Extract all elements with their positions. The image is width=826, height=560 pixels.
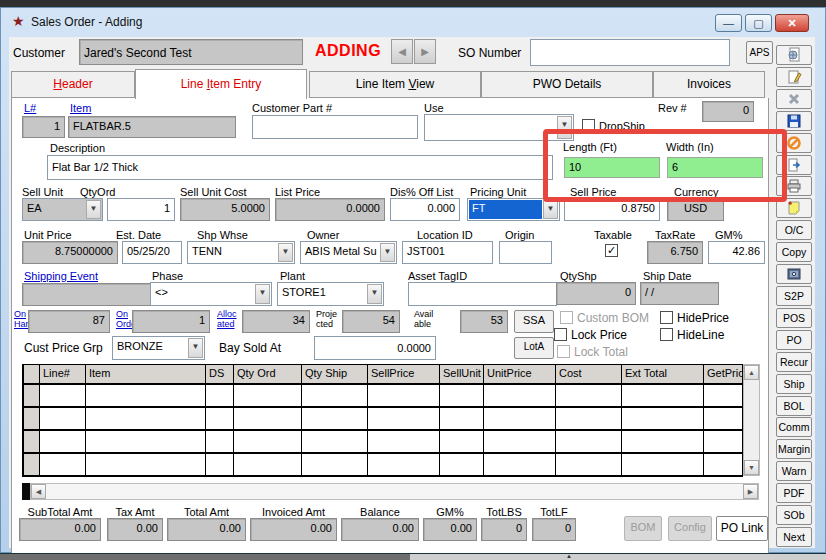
bay-sold-at-input[interactable]: 0.0000 (314, 336, 436, 360)
po-link-button[interactable]: PO Link (716, 516, 768, 541)
stock-allocated-label[interactable]: Allocated (217, 309, 237, 329)
print-icon[interactable] (776, 176, 812, 196)
grid-header-sellprice[interactable]: SellPrice (368, 365, 440, 383)
lota-button[interactable]: LotA (514, 337, 554, 359)
sob-button[interactable]: SOb (776, 505, 812, 525)
exit-icon[interactable] (776, 155, 812, 175)
qty-ord-input[interactable]: 1 (107, 198, 175, 221)
grid-header-qty-ord[interactable]: Qty Ord (234, 365, 302, 383)
scroll-down-icon[interactable]: ▼ (744, 460, 759, 475)
origin-input[interactable] (499, 241, 552, 264)
chevron-down-icon[interactable]: ▼ (557, 116, 572, 139)
comm-button[interactable]: Comm (776, 417, 812, 437)
asset-tag-input[interactable] (408, 282, 557, 306)
length-input[interactable]: 10 (564, 157, 660, 178)
pos-button[interactable]: POS (776, 308, 812, 328)
shp-whse-select[interactable]: TENN ▼ (187, 241, 295, 264)
oc-button[interactable]: O/C (776, 220, 812, 240)
pricing-unit-select[interactable]: FT ▼ (467, 198, 560, 221)
grid-header-unitprice[interactable]: UnitPrice (484, 365, 556, 383)
margin-button[interactable]: Margin (776, 439, 812, 459)
chevron-down-icon[interactable]: ▼ (86, 200, 101, 219)
grid-row[interactable] (24, 408, 743, 431)
use-select[interactable]: ▼ (424, 114, 574, 141)
location-id-input[interactable]: JST001 (402, 241, 493, 264)
bol-button[interactable]: BOL (776, 396, 812, 416)
grid-header-qty-ship[interactable]: Qty Ship (302, 365, 368, 383)
chevron-down-icon[interactable]: ▼ (543, 200, 558, 219)
close-button[interactable]: ✕ (775, 14, 809, 32)
chevron-down-icon[interactable]: ▼ (188, 338, 203, 358)
taxable-checkbox[interactable]: ✓ (605, 244, 618, 257)
next-button[interactable]: Next (776, 527, 812, 547)
grid-header-line-[interactable]: Line# (40, 365, 86, 383)
grid-header-item[interactable]: Item (86, 365, 206, 383)
grid-row[interactable] (24, 454, 743, 477)
sell-price-input[interactable]: 0.8750 (564, 198, 660, 221)
chevron-down-icon[interactable]: ▼ (380, 243, 395, 262)
dropship-checkbox[interactable] (582, 119, 595, 132)
po-button[interactable]: PO (776, 330, 812, 350)
minimize-button[interactable]: — (715, 14, 742, 32)
edit-icon[interactable] (776, 67, 812, 87)
grid-header-ds[interactable]: DS (206, 365, 234, 383)
hide-line-checkbox[interactable] (660, 328, 673, 341)
customer-part-input[interactable] (252, 115, 418, 139)
grid-header-getprice[interactable]: GetPrice (704, 365, 743, 383)
next-record-button[interactable]: ▶ (414, 39, 436, 64)
grid-horizontal-scrollbar[interactable]: ◀ ▶ (30, 483, 759, 500)
so-number-input[interactable] (530, 39, 730, 66)
aps-button[interactable]: APS (746, 41, 773, 64)
window-title: Sales Order - Adding (31, 15, 142, 29)
chevron-down-icon[interactable]: ▼ (255, 284, 270, 304)
sell-unit-select[interactable]: EA ▼ (22, 198, 103, 221)
cust-price-grp-select[interactable]: BRONZE ▼ (112, 336, 205, 360)
s2p-button[interactable]: S2P (776, 286, 812, 306)
tab-line-item-entry[interactable]: Line Item Entry (135, 69, 307, 99)
tab-line-item-view[interactable]: Line Item View (309, 71, 481, 98)
owner-select[interactable]: ABIS Metal Su ▼ (300, 241, 397, 264)
maximize-button[interactable]: ▢ (745, 14, 772, 32)
lock-price-checkbox[interactable] (554, 328, 567, 341)
ship-button[interactable]: Ship (776, 374, 812, 394)
phase-select[interactable]: <> ▼ (150, 282, 272, 306)
cancel-icon[interactable] (776, 133, 812, 153)
recur-button[interactable]: Recur (776, 352, 812, 372)
delete-icon[interactable] (776, 89, 812, 109)
scroll-right-icon[interactable]: ▶ (743, 484, 758, 499)
copy-button[interactable]: Copy (776, 242, 812, 262)
chevron-down-icon[interactable]: ▼ (278, 243, 293, 262)
line-number-link[interactable]: L# (24, 102, 36, 114)
est-date-input[interactable]: 05/25/20 (122, 241, 182, 264)
grid-row[interactable] (24, 385, 743, 408)
tab-header[interactable]: Header (11, 71, 135, 98)
pdf-button[interactable]: PDF (776, 483, 812, 503)
previous-record-button[interactable]: ◀ (391, 39, 413, 64)
grid-header-cost[interactable]: Cost (556, 365, 622, 383)
hide-price-checkbox[interactable] (660, 311, 673, 324)
width-input[interactable]: 6 (667, 157, 763, 178)
note-icon[interactable] (776, 198, 812, 218)
safe-icon[interactable] (776, 264, 812, 284)
grid-vertical-scrollbar[interactable]: ▲ ▼ (743, 364, 760, 476)
grid-header-selector[interactable] (24, 365, 40, 383)
description-input[interactable]: Flat Bar 1/2 Thick (47, 155, 553, 180)
shipping-event-link[interactable]: Shipping Event (24, 270, 98, 282)
lock-total-label: Lock Total (574, 345, 628, 359)
title-bar[interactable]: ★ Sales Order - Adding — ▢ ✕ (1, 8, 825, 37)
plant-select[interactable]: STORE1 ▼ (277, 282, 384, 306)
grid-header-ext-total[interactable]: Ext Total (622, 365, 704, 383)
dis-off-list-input[interactable]: 0.000 (390, 198, 460, 221)
ssa-button[interactable]: SSA (514, 310, 554, 333)
warn-button[interactable]: Warn (776, 461, 812, 481)
preview-icon[interactable] (776, 45, 812, 65)
grid-row[interactable] (24, 431, 743, 454)
tab-pwo-details[interactable]: PWO Details (481, 71, 653, 98)
scroll-up-icon[interactable]: ▲ (744, 365, 759, 380)
chevron-down-icon[interactable]: ▼ (367, 284, 382, 304)
grid-header-sellunit[interactable]: SellUnit (440, 365, 484, 383)
save-icon[interactable] (776, 111, 812, 131)
item-link[interactable]: Item (70, 102, 91, 114)
tab-invoices[interactable]: Invoices (653, 71, 765, 98)
scroll-left-icon[interactable]: ◀ (31, 484, 46, 499)
